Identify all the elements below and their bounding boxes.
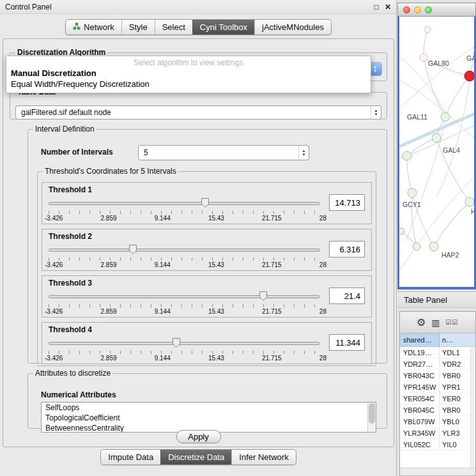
threshold-slider[interactable] [49, 290, 320, 303]
slider-scale: -3.4262.8599.14415.4321.71528 [45, 308, 326, 315]
scale-label: -3.426 [45, 308, 63, 315]
table-body: YDL19…YDL1YDR27…YDR2YBR043CYBR0YPR145WYP… [400, 347, 475, 450]
scale-label: 21.715 [262, 355, 282, 362]
table-row[interactable]: YDR27…YDR2 [400, 358, 475, 370]
table-row[interactable]: YLR345WYLR3 [400, 427, 475, 439]
network-node-GCY1[interactable] [408, 188, 417, 197]
network-node-GAL11[interactable] [441, 112, 450, 121]
threshold-panel-4: Threshold 4-3.4262.8599.14415.4321.71528… [42, 322, 372, 364]
tab-jactivemnodules[interactable]: jActiveMNodules [254, 20, 331, 35]
table-row[interactable]: YBR043CYBR0 [400, 370, 475, 381]
scale-label: 21.715 [262, 261, 282, 268]
threshold-value-field[interactable]: 6.316 [329, 241, 365, 257]
list-item[interactable]: TopologicalCoefficient [42, 413, 376, 423]
close-window-icon[interactable] [403, 6, 410, 13]
network-node[interactable] [403, 151, 411, 160]
numerical-attributes-label: Numerical Attributes [41, 390, 116, 399]
tab-infer-network[interactable]: Infer Network [231, 450, 295, 464]
threshold-slider[interactable] [49, 243, 320, 256]
cyni-toolbox-panel: Discretization Algorithm ▲▼ Select algor… [3, 38, 394, 447]
interval-definition-group: Interval Definition Number of Intervals … [27, 125, 387, 364]
table-horizontal-scrollbar[interactable] [400, 468, 475, 475]
table-row[interactable]: YBL079WYBL0 [400, 416, 475, 427]
table-row[interactable]: YBR045CYBR0 [400, 404, 475, 416]
column-header-shared-name[interactable]: shared… [400, 334, 440, 347]
slider-ticks [49, 351, 320, 354]
tab-select[interactable]: Select [155, 20, 192, 35]
number-of-intervals-select[interactable]: 5 ▲▼ [138, 145, 309, 160]
column-header-name[interactable]: n… [440, 334, 475, 347]
thresholds-group: Threshold's Coordinates for 5 Intervals … [37, 167, 376, 366]
threshold-label: Threshold 4 [49, 325, 92, 334]
slider-handle-icon[interactable] [259, 291, 268, 302]
network-node[interactable] [464, 71, 474, 81]
float-window-icon[interactable]: □ [374, 3, 379, 12]
slider-track[interactable] [49, 342, 320, 345]
algorithm-option-manual[interactable]: Manual Discretization [6, 68, 371, 79]
scale-label: 28 [319, 308, 326, 315]
network-node-GAL80[interactable] [420, 54, 427, 61]
tab-network[interactable]: Network [66, 20, 121, 35]
table-row[interactable]: YDL19…YDL1 [400, 347, 475, 358]
slider-handle-icon[interactable] [201, 197, 210, 208]
scale-label: 21.715 [262, 308, 282, 315]
apply-button[interactable]: Apply [176, 430, 221, 443]
tab-cyni-toolbox[interactable]: Cyni Toolbox [192, 20, 254, 35]
scale-label: 2.859 [101, 261, 117, 268]
minimize-window-icon[interactable] [414, 6, 421, 13]
attributes-group: Attributes to discretize Numerical Attri… [27, 369, 387, 429]
scale-label: -3.426 [45, 261, 63, 268]
threshold-value-field[interactable]: 21.4 [329, 288, 365, 304]
control-panel-title: Control Panel [5, 3, 52, 12]
network-node[interactable] [413, 243, 420, 250]
table-data-value: galFiltered.sif default node [21, 108, 111, 117]
scale-label: 2.859 [101, 215, 117, 222]
scale-label: 28 [319, 215, 326, 222]
control-panel: Control Panel □ ✕ [0, 0, 397, 476]
scale-label: 2.859 [101, 308, 117, 315]
zoom-window-icon[interactable] [425, 6, 432, 13]
slider-track[interactable] [49, 295, 320, 298]
network-node[interactable] [424, 26, 431, 33]
network-canvas[interactable]: GAL80GAGAL11GAL4GCY1HHAP2 [399, 17, 474, 287]
numerical-attributes-list[interactable]: SelfLoopsTopologicalCoefficientBetweenne… [41, 402, 376, 433]
slider-track[interactable] [49, 249, 320, 252]
table-row[interactable]: YIL052CYIL0 [400, 439, 475, 450]
scale-label: 15.43 [208, 355, 224, 362]
control-panel-titlebar: Control Panel □ ✕ [0, 0, 396, 14]
tab-discretize-data[interactable]: Discretize Data [160, 450, 231, 464]
network-node-GAL4[interactable] [432, 134, 441, 142]
table-row[interactable]: YER054CYER0 [400, 393, 475, 404]
tab-style[interactable]: Style [121, 20, 155, 35]
table-data-select[interactable]: galFiltered.sif default node ▲▼ [15, 105, 381, 119]
list-scrollbar[interactable] [367, 403, 376, 432]
tab-impute-data[interactable]: Impute Data [101, 450, 160, 464]
slider-track[interactable] [49, 202, 320, 205]
threshold-slider[interactable] [49, 337, 320, 349]
select-columns-icon[interactable]: ☑☑ [446, 319, 459, 326]
network-node-HAP2[interactable] [429, 242, 438, 251]
algorithm-option-equal-width[interactable]: Equal Width/Frequency Discretization [6, 79, 371, 89]
network-node-label: GCY1 [403, 201, 421, 208]
threshold-panel-1: Threshold 1-3.4262.8599.14415.4321.71528… [42, 182, 372, 224]
threshold-label: Threshold 1 [49, 185, 92, 194]
slider-handle-icon[interactable] [128, 244, 137, 255]
scale-label: -3.426 [45, 215, 63, 222]
threshold-slider[interactable] [49, 197, 320, 210]
scale-label: 15.43 [208, 215, 224, 222]
network-node-H[interactable] [465, 197, 474, 206]
threshold-value-field[interactable]: 14.713 [329, 194, 365, 211]
columns-icon[interactable]: ▥ [431, 318, 440, 328]
network-view-window: GAL80GAGAL11GAL4GCY1HHAP2 [397, 3, 476, 289]
network-window-titlebar[interactable] [397, 3, 476, 17]
table-vertical-scrollbar[interactable] [470, 348, 475, 468]
gear-icon[interactable]: ⚙ [417, 316, 426, 328]
network-node[interactable] [399, 228, 404, 234]
close-panel-icon[interactable]: ✕ [385, 3, 391, 12]
threshold-value-field[interactable]: 11.344 [329, 334, 365, 351]
slider-handle-icon[interactable] [172, 337, 181, 348]
table-row[interactable]: YPR145WYPR1 [400, 381, 475, 393]
network-node-label: GAL4 [443, 146, 460, 154]
list-item[interactable]: SelfLoops [42, 403, 376, 413]
top-tab-bar: Network Style Select Cyni Toolbox jActiv… [0, 19, 397, 35]
